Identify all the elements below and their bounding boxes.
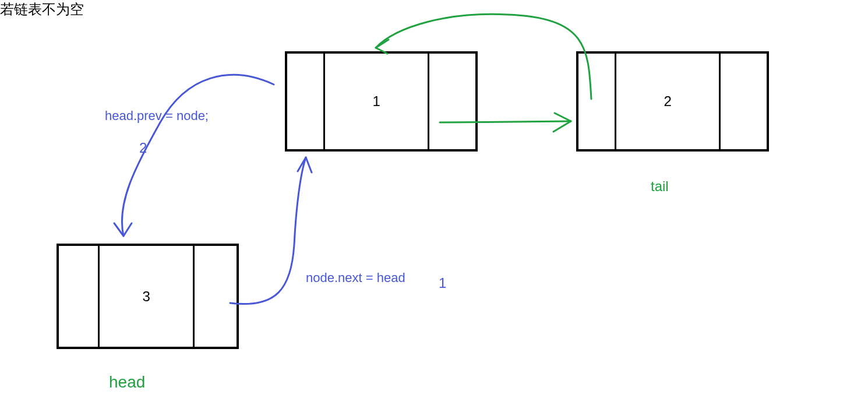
diagram-title: 若链表不为空 — [0, 0, 84, 19]
op1-text: head.prev = node; — [105, 108, 209, 124]
arrow-op2-node-next — [230, 157, 312, 304]
op2-step: 1 — [439, 275, 446, 291]
node-1-value: 1 — [325, 54, 429, 149]
tail-label: tail — [651, 178, 669, 195]
node-3-value: 3 — [100, 246, 195, 347]
diagram-stage: 若链表不为空 1 2 3 tail head head.prev = node;… — [0, 0, 868, 405]
node-2-value: 2 — [616, 54, 721, 149]
op1-step: 2 — [139, 140, 147, 156]
arrow-op1-head-prev — [114, 75, 274, 236]
node-2: 2 — [576, 51, 769, 152]
node-3: 3 — [57, 244, 239, 349]
head-label: head — [109, 373, 145, 392]
op2-text: node.next = head — [306, 270, 405, 286]
node-1: 1 — [285, 51, 478, 152]
